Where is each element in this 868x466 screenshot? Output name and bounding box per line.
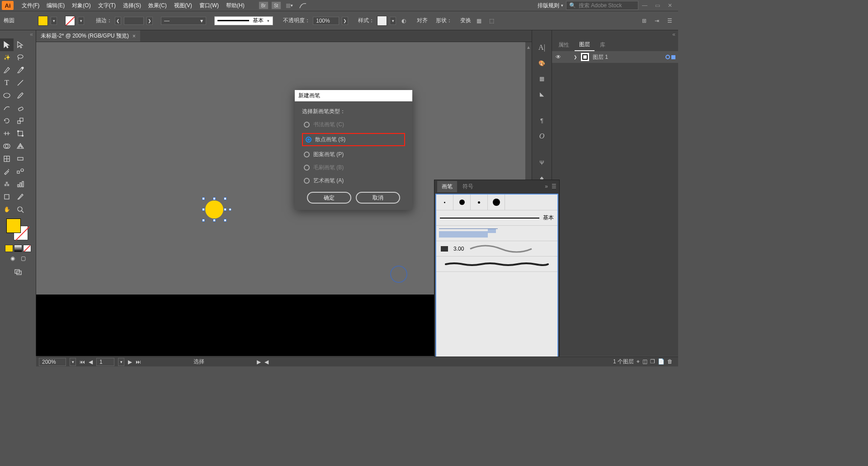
paintbrush-tool[interactable] bbox=[14, 89, 27, 102]
menu-select[interactable]: 选择(S) bbox=[119, 0, 145, 11]
brush-art-row[interactable] bbox=[436, 257, 557, 272]
color-icon[interactable]: 🎨 bbox=[536, 58, 548, 67]
type-tool[interactable]: T bbox=[0, 76, 14, 89]
visibility-icon[interactable]: 👁 bbox=[555, 53, 562, 61]
delete-layer-icon[interactable]: 🗑 bbox=[667, 358, 673, 365]
panel-menu-icon[interactable]: ☰ bbox=[665, 16, 675, 26]
slice-tool[interactable] bbox=[14, 190, 27, 203]
direct-selection-tool[interactable] bbox=[14, 38, 27, 51]
cancel-button[interactable]: 取消 bbox=[356, 192, 400, 204]
window-maximize[interactable]: ▭ bbox=[651, 1, 664, 10]
target-icon[interactable] bbox=[665, 55, 670, 59]
column-graph-tool[interactable] bbox=[14, 178, 27, 190]
curvature-tool[interactable] bbox=[14, 64, 27, 76]
bridge-icon[interactable]: Br bbox=[259, 1, 269, 10]
pref-icon-2[interactable]: ⇥ bbox=[652, 16, 662, 26]
gradient-icon[interactable]: ◣ bbox=[536, 90, 548, 99]
gpu-icon[interactable] bbox=[297, 1, 308, 10]
magic-wand-tool[interactable]: ✨ bbox=[0, 51, 14, 64]
align-button[interactable]: 对齐 bbox=[417, 17, 428, 24]
radio-scatter[interactable]: 散点画笔 (S) bbox=[302, 133, 405, 146]
artboard-input[interactable]: 1 bbox=[96, 358, 114, 366]
graphic-style[interactable] bbox=[377, 16, 387, 26]
free-transform-tool[interactable] bbox=[14, 127, 27, 140]
menu-help[interactable]: 帮助(H) bbox=[222, 0, 248, 11]
hand-tool[interactable]: ✋ bbox=[0, 203, 14, 216]
close-icon[interactable]: × bbox=[132, 33, 136, 39]
stroke-weight-down[interactable]: ❮ bbox=[115, 17, 121, 25]
stroke-profile[interactable]: — ▾ bbox=[161, 17, 206, 25]
strip-collapse[interactable]: « bbox=[540, 2, 543, 8]
toolbox-collapse[interactable]: « bbox=[0, 30, 36, 38]
brush-pattern-row[interactable] bbox=[436, 226, 557, 241]
window-close[interactable]: ✕ bbox=[664, 1, 676, 10]
screen-mode-toggle[interactable] bbox=[11, 266, 25, 278]
zoom-dropdown[interactable]: ▾ bbox=[70, 358, 76, 366]
arrange-icon[interactable]: ▦ ▾ bbox=[284, 1, 295, 10]
recolor-icon[interactable]: ◐ bbox=[399, 16, 409, 26]
radio-art[interactable]: 艺术画笔 (A) bbox=[302, 176, 405, 185]
brush-thumb-3[interactable] bbox=[471, 195, 488, 210]
status-scroll-left-icon[interactable]: ◀ bbox=[264, 359, 269, 365]
eyedropper-tool[interactable] bbox=[0, 165, 14, 178]
artboard-prev-icon[interactable]: ◀ bbox=[89, 359, 93, 365]
lasso-tool[interactable] bbox=[14, 51, 27, 64]
new-layer-icon[interactable]: 📄 bbox=[658, 358, 665, 365]
mesh-tool[interactable] bbox=[0, 152, 14, 165]
opentype-icon[interactable]: O bbox=[536, 132, 548, 141]
brushes-strip-icon[interactable]: Ψ bbox=[536, 158, 548, 167]
opacity-input[interactable]: 100% bbox=[313, 17, 339, 25]
mask-icon[interactable]: ◫ bbox=[642, 358, 647, 365]
properties-icon[interactable]: A| bbox=[536, 43, 548, 52]
tab-brushes[interactable]: 画笔 bbox=[437, 181, 457, 192]
width-tool[interactable] bbox=[0, 127, 14, 140]
gradient-tool[interactable] bbox=[14, 152, 27, 165]
stock-icon[interactable]: St bbox=[271, 1, 281, 10]
screen-mode-normal[interactable]: ◉ bbox=[8, 254, 18, 263]
eraser-tool[interactable] bbox=[14, 102, 27, 114]
stroke-weight-input[interactable] bbox=[124, 17, 144, 25]
ellipse-tool[interactable] bbox=[0, 89, 14, 102]
artboard-tool[interactable] bbox=[0, 190, 14, 203]
layer-name[interactable]: 图层 1 bbox=[593, 53, 608, 61]
brush-thumb-1[interactable] bbox=[436, 195, 453, 210]
shaper-tool[interactable] bbox=[0, 102, 14, 114]
transform-button[interactable]: 变换 bbox=[460, 17, 471, 24]
menu-effect[interactable]: 效果(C) bbox=[145, 0, 170, 11]
isolate-icon[interactable]: ▦ bbox=[474, 16, 484, 26]
locate-icon[interactable]: ⌖ bbox=[637, 358, 640, 365]
opacity-stepper[interactable]: ❯ bbox=[342, 17, 348, 25]
menu-window[interactable]: 窗口(W) bbox=[196, 0, 222, 11]
status-play-icon[interactable]: ▶ bbox=[257, 359, 261, 365]
artboard-first-icon[interactable]: ⏮ bbox=[80, 359, 85, 365]
zoom-tool[interactable] bbox=[14, 203, 27, 216]
swatches-icon[interactable]: ▦ bbox=[536, 74, 548, 83]
fill-stroke-swatch[interactable] bbox=[5, 218, 31, 243]
document-tab[interactable]: 未标题-2* @ 200% (RGB/GPU 预览) × bbox=[36, 30, 140, 42]
menu-file[interactable]: 文件(F) bbox=[18, 0, 43, 11]
tab-symbols[interactable]: 符号 bbox=[458, 181, 478, 192]
ok-button[interactable]: 确定 bbox=[307, 192, 351, 204]
radio-pattern[interactable]: 图案画笔 (P) bbox=[302, 150, 405, 159]
brush-basic-row[interactable]: 基本 bbox=[436, 210, 557, 226]
artboard-next-icon[interactable]: ▶ bbox=[128, 359, 132, 365]
panel-collapse-icon[interactable]: » bbox=[545, 183, 548, 190]
artboard-dropdown[interactable]: ▾ bbox=[118, 358, 124, 366]
pref-icon-1[interactable]: ⊞ bbox=[639, 16, 649, 26]
brush-thumb-4[interactable] bbox=[488, 195, 505, 210]
perspective-grid-tool[interactable] bbox=[14, 140, 27, 152]
fill-color[interactable] bbox=[38, 16, 48, 26]
brush-calli-row[interactable]: 3.00 bbox=[436, 241, 557, 257]
tab-library[interactable]: 库 bbox=[595, 39, 610, 51]
expand-icon[interactable]: ❯ bbox=[574, 55, 577, 59]
menu-object[interactable]: 对象(O) bbox=[68, 0, 94, 11]
stroke-dropdown[interactable]: ▾ bbox=[78, 17, 84, 25]
symbol-sprayer-tool[interactable]: ⁂ bbox=[0, 178, 14, 190]
color-mode-swatches[interactable] bbox=[0, 245, 36, 252]
tab-properties[interactable]: 属性 bbox=[554, 39, 574, 51]
layer-row[interactable]: 👁 ❯ 图层 1 bbox=[552, 51, 678, 63]
character-icon[interactable]: ¶ bbox=[536, 116, 548, 125]
brush-definition[interactable]: 基本▾ bbox=[214, 16, 273, 25]
scale-tool[interactable] bbox=[14, 114, 27, 127]
tab-layers[interactable]: 图层 bbox=[575, 39, 594, 51]
